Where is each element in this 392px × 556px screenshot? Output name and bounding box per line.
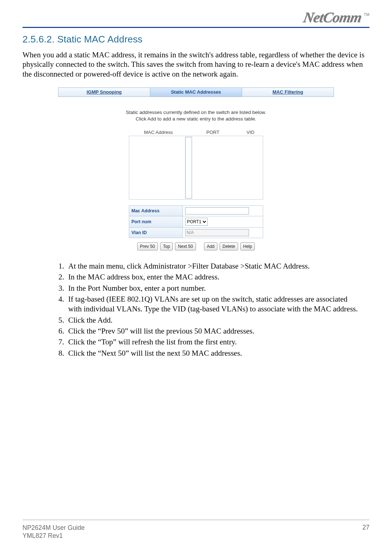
next-50-button[interactable]: Next 50	[175, 242, 196, 250]
col-header-vid: VID	[239, 130, 262, 135]
page-footer: NP2624M User Guide YML827 Rev1 27	[23, 520, 369, 540]
list-scrollbar[interactable]	[185, 137, 192, 199]
step-item: If tag-based (IEEE 802.1Q) VLANs are set…	[66, 294, 369, 314]
vlan-id-input	[185, 229, 249, 236]
tab-mac-filtering[interactable]: MAC Filtering	[242, 88, 334, 97]
col-header-port: PORT	[187, 130, 239, 135]
top-button[interactable]: Top	[160, 242, 173, 250]
step-item: Click the Add.	[66, 315, 369, 325]
delete-button[interactable]: Delete	[220, 242, 238, 250]
tab-static-mac-addresses[interactable]: Static MAC Addresses	[150, 88, 242, 97]
tab-igmp-snooping[interactable]: IGMP Snooping	[58, 88, 150, 97]
step-item: At the main menu, click Administrator >F…	[66, 261, 369, 271]
section-intro-text: When you add a static MAC address, it re…	[23, 50, 369, 79]
footer-guide-title: NP2624M User Guide	[23, 524, 85, 532]
add-button[interactable]: Add	[204, 242, 217, 250]
prev-50-button[interactable]: Prev 50	[137, 242, 158, 250]
mac-address-label: Mac Address	[129, 206, 183, 216]
instruction-list: At the main menu, click Administrator >F…	[23, 261, 369, 358]
address-list-box[interactable]	[129, 136, 263, 200]
mac-address-input[interactable]	[185, 207, 249, 214]
section-heading: 2.5.6.2. Static MAC Address	[23, 34, 369, 45]
embedded-ui-screenshot: IGMP Snooping Static MAC Addresses MAC F…	[58, 87, 334, 250]
entry-form: Mac Address Port num PORT1 Vlan ID	[129, 205, 263, 238]
step-item: Click the “Top” will refresh the list fr…	[66, 337, 369, 347]
brand-logo: NetComm	[302, 10, 363, 25]
ui-description-text: Static addresses currently defined on th…	[58, 109, 334, 122]
button-row: Prev 50 Top Next 50 Add Delete Help	[129, 242, 263, 250]
footer-revision: YML827 Rev1	[23, 532, 85, 540]
vlan-id-label: Vlan ID	[129, 228, 183, 238]
list-column-headers: MAC Address PORT VID	[129, 130, 263, 136]
address-list-area: MAC Address PORT VID	[129, 130, 263, 200]
port-num-label: Port num	[129, 216, 183, 228]
tab-bar: IGMP Snooping Static MAC Addresses MAC F…	[58, 87, 334, 97]
step-item: In the Port Number box, enter a port num…	[66, 283, 369, 293]
step-item: Click the “Prev 50” will list the previo…	[66, 326, 369, 336]
step-item: In the MAC address box, enter the MAC ad…	[66, 272, 369, 282]
port-num-select[interactable]: PORT1	[185, 218, 208, 226]
trademark-symbol: TM	[364, 12, 369, 17]
page-header: NetComm TM	[23, 10, 369, 28]
help-button[interactable]: Help	[240, 242, 255, 250]
page-number: 27	[363, 524, 369, 531]
step-item: Click the “Next 50” will list the next 5…	[66, 348, 369, 358]
col-header-mac: MAC Address	[130, 130, 187, 135]
